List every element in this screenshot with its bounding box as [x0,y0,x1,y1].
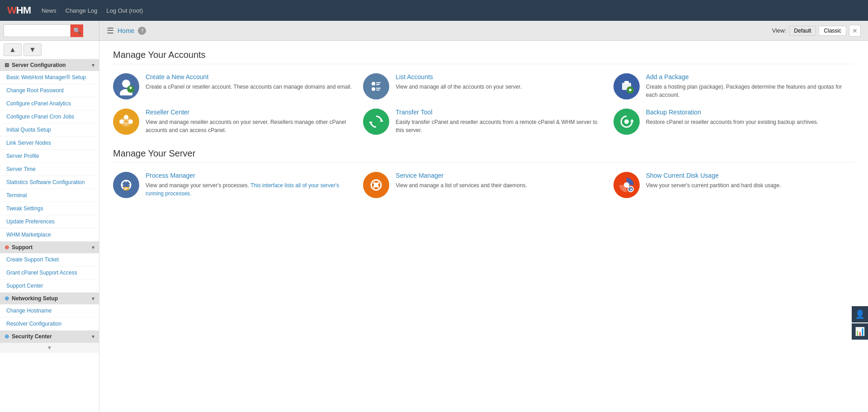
transfer-icon [363,109,389,135]
manage-accounts-title: Manage Your Accounts [113,50,854,64]
disk-usage-body: Show Current Disk Usage View your server… [646,172,781,189]
sidebar: ▲ ▼ ⊞ Server Configuration ▾ Basic WebHo… [0,41,99,412]
svg-point-23 [128,119,133,124]
process-manager-body: Process Manager View and manage your ser… [146,172,354,198]
backup-restoration-link[interactable]: Backup Restoration [646,109,819,116]
nav-logout[interactable]: Log Out (root) [106,7,143,14]
sidebar-item-create-ticket[interactable]: Create Support Ticket [0,253,99,266]
card-transfer-tool: Transfer Tool Easily transfer cPanel and… [363,109,604,135]
sidebar-item-configure-cpanel-analytics[interactable]: Configure cPanel Analytics [0,97,99,110]
sidebar-item-initial-quota[interactable]: Initial Quota Setup [0,123,99,137]
service-manager-body: Service Manager View and manage a list o… [396,172,527,189]
sidebar-section-networking[interactable]: ⊕ Networking Setup ▾ [0,293,99,304]
list-accounts-link[interactable]: List Accounts [396,73,522,81]
float-user-button[interactable]: 👤 [852,306,868,322]
collapse-support-icon[interactable]: ▾ [92,245,94,251]
svg-rect-9 [376,84,380,85]
nav-news[interactable]: News [42,7,57,14]
collapse-icon[interactable]: ▾ [92,62,94,68]
breadcrumb: ☰ Home ? [107,26,146,36]
close-view-button[interactable]: ✕ [849,25,861,37]
backup-restoration-desc: Restore cPanel or reseller accounts from… [646,118,819,126]
sidebar-item-server-time[interactable]: Server Time [0,163,99,176]
sidebar-section-server-configuration[interactable]: ⊞ Server Configuration ▾ [0,59,99,71]
process-manager-link[interactable]: Process Manager [146,172,354,179]
sidebar-item-configure-cron-jobs[interactable]: Configure cPanel Cron Jobs [0,110,99,123]
svg-rect-11 [376,88,381,89]
svg-rect-37 [124,189,127,190]
float-chart-button[interactable]: 📊 [852,323,868,340]
sidebar-item-link-server-nodes[interactable]: Link Server Nodes [0,137,99,150]
view-switcher: View: Default Classic ✕ [772,25,861,37]
sidebar-item-statistics-software[interactable]: Statistics Software Configuration [0,176,99,189]
home-link[interactable]: Home [118,27,134,34]
help-icon[interactable]: ? [138,27,146,35]
sidebar-item-server-profile[interactable]: Server Profile [0,150,99,163]
card-add-package: Add a Package Create a hosting plan (pac… [613,73,854,99]
card-service-manager: Service Manager View and manage a list o… [363,172,604,198]
sidebar-nav-down[interactable]: ▼ [24,43,42,56]
sidebar-item-tweak-settings[interactable]: Tweak Settings [0,202,99,215]
card-create-account: Create a New Account Create a cPanel or … [113,73,354,99]
svg-rect-36 [124,188,128,189]
networking-icon: ⊕ [5,295,9,302]
transfer-tool-link[interactable]: Transfer Tool [396,109,604,116]
sidebar-item-whm-marketplace[interactable]: WHM Marketplace [0,228,99,242]
svg-point-32 [624,119,629,124]
create-account-icon [113,73,139,99]
sidebar-nav-up[interactable]: ▲ [4,43,22,56]
sidebar-item-support-center[interactable]: Support Center [0,279,99,293]
right-float-buttons: 👤 📊 [852,306,868,340]
service-manager-icon [363,172,389,198]
svg-rect-12 [376,90,380,90]
collapse-security-icon[interactable]: ▾ [92,334,94,340]
sidebar-item-change-hostname[interactable]: Change Hostname [0,304,99,317]
svg-point-22 [119,119,124,124]
sidebar-item-grant-access[interactable]: Grant cPanel Support Access [0,266,99,279]
service-manager-desc: View and manage a list of services and t… [396,181,527,189]
sidebar-item-change-root-password[interactable]: Change Root Password [0,84,99,97]
add-package-link[interactable]: Add a Package [646,73,854,81]
scroll-down-indicator[interactable]: ▼ [47,345,52,351]
add-package-desc: Create a hosting plan (package). Package… [646,83,854,99]
view-classic-button[interactable]: Classic [819,26,846,36]
list-accounts-icon [363,73,389,99]
svg-rect-5 [130,86,132,89]
top-navigation: WHM News Change Log Log Out (root) [0,0,868,21]
transfer-tool-desc: Easily transfer cPanel and reseller acco… [396,118,604,134]
card-reseller-center: Reseller Center View and manage reseller… [113,109,354,135]
service-manager-link[interactable]: Service Manager [396,172,527,179]
search-input[interactable] [4,24,71,37]
view-default-button[interactable]: Default [789,26,816,36]
search-button[interactable]: 🔍 [71,24,83,37]
list-accounts-desc: View and manage all of the accounts on y… [396,83,522,91]
hamburger-icon[interactable]: ☰ [107,26,114,36]
process-manager-icon [113,172,139,198]
sidebar-item-resolver-config[interactable]: Resolver Configuration [0,317,99,331]
view-label: View: [772,27,787,34]
disk-usage-link[interactable]: Show Current Disk Usage [646,172,781,179]
disk-usage-icon [613,172,640,198]
backup-restoration-body: Backup Restoration Restore cPanel or res… [646,109,819,126]
sidebar-nav-buttons: ▲ ▼ [0,41,99,59]
nav-changelog[interactable]: Change Log [66,7,98,14]
sidebar-item-basic-setup[interactable]: Basic WebHost Manager® Setup [0,71,99,84]
add-package-icon [613,73,640,99]
support-icon: ⊕ [5,244,9,251]
sidebar-item-terminal[interactable]: Terminal [0,189,99,202]
sidebar-section-label-support: Support [12,244,33,251]
create-account-link[interactable]: Create a New Account [146,73,352,81]
svg-point-6 [367,77,385,95]
sidebar-section-support[interactable]: ⊕ Support ▾ [0,242,99,253]
sidebar-section-security[interactable]: ⊕ Security Center ▾ [0,331,99,342]
card-backup-restoration: Backup Restoration Restore cPanel or res… [613,109,854,135]
reseller-center-body: Reseller Center View and manage reseller… [146,109,354,134]
manage-server-grid: Process Manager View and manage your ser… [113,172,854,198]
reseller-center-link[interactable]: Reseller Center [146,109,354,116]
add-package-body: Add a Package Create a hosting plan (pac… [646,73,854,99]
svg-rect-8 [376,82,381,83]
collapse-networking-icon[interactable]: ▾ [92,296,94,302]
card-disk-usage: Show Current Disk Usage View your server… [613,172,854,198]
process-manager-link-text[interactable]: This interface lists all of your server'… [146,182,339,197]
sidebar-item-update-preferences[interactable]: Update Preferences [0,215,99,228]
